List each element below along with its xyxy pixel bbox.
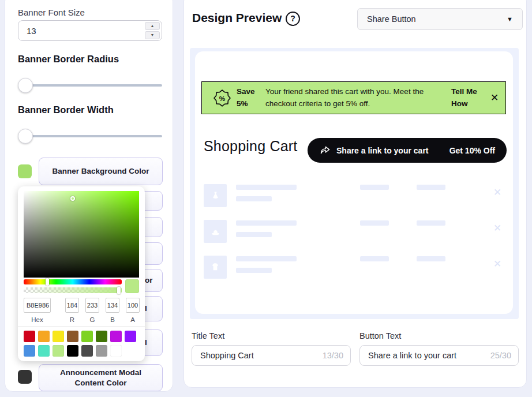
title-char-counter: 13/30 xyxy=(323,351,343,360)
green-field: G xyxy=(85,298,99,323)
preset-swatch[interactable] xyxy=(38,345,50,357)
placeholder-bar xyxy=(236,268,272,273)
share-button-label: Share a link to your cart xyxy=(336,146,429,155)
preset-swatch[interactable] xyxy=(96,331,107,342)
blue-label: B xyxy=(110,316,115,323)
help-icon[interactable]: ? xyxy=(286,12,300,26)
alpha-slider[interactable] xyxy=(24,287,122,293)
placeholder-bar xyxy=(236,232,272,237)
title-text-label: Title Text xyxy=(192,331,351,340)
saturation-cursor[interactable] xyxy=(70,196,75,201)
saturation-area[interactable] xyxy=(24,191,139,278)
announcement-modal-content-color-button[interactable]: Announcement Modal Content Color xyxy=(39,364,163,391)
placeholder-bar xyxy=(236,220,297,226)
slider-thumb[interactable] xyxy=(18,129,33,144)
hex-input[interactable] xyxy=(24,298,51,313)
banner-border-radius-label: Banner Border Radius xyxy=(18,54,119,65)
step-up-button[interactable]: ▲ xyxy=(145,22,160,30)
discount-badge-icon: % xyxy=(213,89,231,107)
button-char-counter: 25/30 xyxy=(490,351,511,360)
banner-cta-link[interactable]: Tell Me How xyxy=(451,86,486,110)
banner-font-size-label: Banner Font Size xyxy=(18,8,85,17)
placeholder-bar xyxy=(417,220,445,226)
settings-sidebar: Banner Font Size ▲ ▼ Banner Border Radiu… xyxy=(5,0,173,392)
banner-save-text: Save 5% xyxy=(237,86,261,110)
placeholder-bar xyxy=(360,220,389,226)
alpha-gradient xyxy=(24,287,122,293)
banner-close-icon[interactable]: ✕ xyxy=(490,92,499,104)
banner-font-size-input[interactable] xyxy=(18,26,145,36)
preset-swatch[interactable] xyxy=(110,331,122,342)
preset-swatch[interactable] xyxy=(24,331,35,342)
button-text-label: Button Text xyxy=(359,331,519,340)
announcement-modal-content-color-swatch[interactable] xyxy=(18,370,32,384)
cart-title: Shopping Cart xyxy=(204,138,297,155)
preview-background: % Save 5% Your friend shared this cart w… xyxy=(190,48,519,319)
preset-swatches xyxy=(24,331,140,357)
hex-field: Hex xyxy=(24,298,51,323)
tshirt-icon xyxy=(204,256,227,279)
svg-text:%: % xyxy=(219,94,226,102)
remove-item-icon[interactable]: ✕ xyxy=(493,186,501,198)
preset-swatch[interactable] xyxy=(38,331,50,342)
alpha-input[interactable] xyxy=(126,298,140,313)
button-text-group: Button Text 25/30 xyxy=(359,331,519,366)
select-value: Share Button xyxy=(367,14,416,24)
banner-border-width-slider[interactable] xyxy=(18,129,162,144)
title-text-group: Title Text 13/30 xyxy=(192,331,351,366)
preview-element-select[interactable]: Share Button ▼ xyxy=(357,8,523,30)
banner-background-color-button[interactable]: Banner Background Color xyxy=(39,158,163,185)
hat-icon xyxy=(204,220,227,243)
dress-icon xyxy=(204,184,227,207)
remove-item-icon[interactable]: ✕ xyxy=(493,222,501,234)
divider xyxy=(18,326,145,327)
alpha-thumb[interactable] xyxy=(117,287,121,294)
alpha-label: A xyxy=(130,316,135,323)
placeholder-bar xyxy=(417,185,445,190)
slider-track xyxy=(18,84,162,87)
announcement-banner: % Save 5% Your friend shared this cart w… xyxy=(201,81,506,114)
blue-input[interactable] xyxy=(106,298,119,313)
preset-swatch[interactable] xyxy=(110,345,122,357)
hue-slider[interactable] xyxy=(24,279,122,284)
green-input[interactable] xyxy=(85,298,99,313)
slider-track xyxy=(18,135,162,137)
design-preview-panel: Design Preview ? Share Button ▼ % Save 5… xyxy=(183,0,527,388)
product-row: ✕ xyxy=(195,184,513,208)
remove-item-icon[interactable]: ✕ xyxy=(493,258,501,270)
banner-message: Your friend shared this cart with you. M… xyxy=(265,86,444,110)
banner-font-size-stepper[interactable]: ▲ ▼ xyxy=(18,20,162,41)
preview-header: Design Preview ? Share Button ▼ xyxy=(184,0,526,40)
banner-border-radius-slider[interactable] xyxy=(18,78,162,93)
slider-thumb[interactable] xyxy=(18,78,33,93)
placeholder-bar xyxy=(236,256,297,261)
step-down-button[interactable]: ▼ xyxy=(145,31,160,39)
preset-swatch[interactable] xyxy=(53,345,64,357)
placeholder-bar xyxy=(236,196,272,201)
share-cart-button[interactable]: Share a link to your cart Get 10% Off xyxy=(308,138,507,163)
hex-label: Hex xyxy=(31,316,43,323)
chevron-down-icon: ▼ xyxy=(507,16,513,23)
preset-swatch[interactable] xyxy=(125,331,136,342)
preset-swatch[interactable] xyxy=(53,331,64,342)
hue-thumb[interactable] xyxy=(46,278,49,286)
preset-swatch[interactable] xyxy=(81,331,93,342)
color-picker-popover: Hex R G B A xyxy=(18,186,145,361)
preset-swatch[interactable] xyxy=(67,331,78,342)
placeholder-bar xyxy=(417,256,445,261)
banner-border-width-label: Banner Border Width xyxy=(18,104,114,115)
banner-background-color-swatch[interactable] xyxy=(18,164,32,178)
preset-swatch[interactable] xyxy=(24,345,35,357)
alpha-field: A xyxy=(126,298,140,323)
preset-swatch[interactable] xyxy=(96,345,107,357)
red-input[interactable] xyxy=(65,298,79,313)
placeholder-bar xyxy=(236,185,297,190)
red-label: R xyxy=(70,316,74,323)
cart-preview-card: % Save 5% Your friend shared this cart w… xyxy=(195,51,513,314)
preset-swatch[interactable] xyxy=(67,345,78,357)
current-color-swatch xyxy=(125,279,139,293)
preset-swatch[interactable] xyxy=(81,345,93,357)
share-button-offer: Get 10% Off xyxy=(449,146,495,155)
red-field: R xyxy=(65,298,79,323)
product-row: ✕ xyxy=(195,220,513,244)
